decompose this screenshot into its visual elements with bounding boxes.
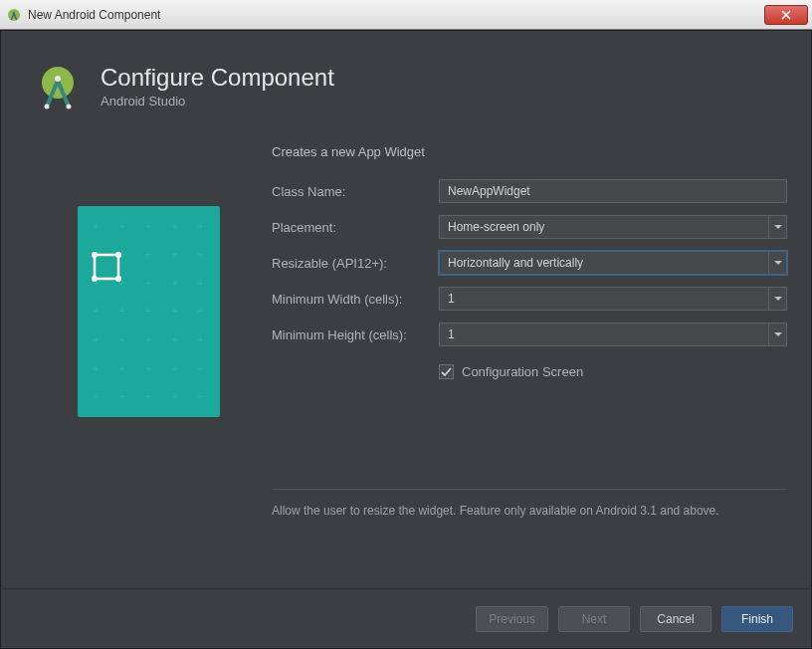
- preview-grid-cell: +: [93, 363, 99, 374]
- window-close-button[interactable]: [764, 5, 808, 25]
- preview-grid-cell: +: [145, 306, 151, 317]
- preview-grid-cell: +: [93, 221, 99, 232]
- preview-grid-cell: +: [197, 334, 203, 345]
- preview-grid-cell: +: [119, 334, 125, 345]
- dialog-title: Configure Component: [101, 64, 334, 92]
- preview-grid-cell: +: [171, 363, 177, 374]
- svg-point-3: [55, 76, 61, 82]
- preview-grid-cell: +: [171, 334, 177, 345]
- dialog-header: Configure Component Android Studio: [1, 31, 811, 136]
- svg-point-1: [13, 11, 15, 13]
- class-name-value: NewAppWidget: [448, 184, 530, 198]
- hint-divider: [272, 489, 787, 490]
- config-screen-label: Configuration Screen: [462, 364, 583, 379]
- min-width-select[interactable]: 1: [439, 287, 787, 311]
- widget-preview: +++++++++++++++++++++++++++++++++++: [78, 206, 220, 417]
- preview-grid-cell: +: [93, 391, 99, 402]
- preview-grid-cell: +: [197, 391, 203, 402]
- svg-point-5: [67, 105, 72, 109]
- preview-grid-cell: +: [119, 363, 125, 374]
- preview-grid-cell: +: [119, 221, 125, 232]
- dialog-subtitle: Android Studio: [101, 94, 334, 108]
- min-height-label: Minimum Height (cells):: [272, 327, 439, 342]
- preview-grid-cell: +: [93, 306, 99, 317]
- preview-grid-cell: +: [145, 363, 151, 374]
- min-width-label: Minimum Width (cells):: [272, 292, 439, 307]
- preview-grid-cell: +: [171, 249, 177, 260]
- min-width-value: 1: [448, 292, 455, 306]
- dialog-footer: Previous Next Cancel Finish: [1, 588, 811, 648]
- window-titlebar: New Android Component: [0, 0, 812, 30]
- next-button[interactable]: Next: [558, 606, 630, 632]
- preview-grid-cell: +: [171, 278, 177, 289]
- chevron-down-icon: [768, 288, 786, 310]
- preview-grid-cell: +: [119, 306, 125, 317]
- previous-button[interactable]: Previous: [476, 606, 548, 632]
- preview-grid-cell: +: [145, 391, 151, 402]
- resizable-select[interactable]: Horizontally and vertically: [439, 251, 787, 275]
- preview-grid-cell: +: [145, 221, 151, 232]
- android-studio-icon: [6, 7, 22, 23]
- preview-grid-cell: +: [171, 221, 177, 232]
- config-screen-checkbox[interactable]: [439, 364, 454, 379]
- dialog-body: Configure Component Android Studio +++++…: [0, 30, 812, 649]
- preview-grid-cell: +: [197, 306, 203, 317]
- svg-rect-6: [95, 255, 118, 279]
- placement-select[interactable]: Home-screen only: [439, 215, 787, 239]
- cancel-button[interactable]: Cancel: [640, 606, 711, 632]
- preview-grid-cell: +: [197, 278, 203, 289]
- android-studio-logo: [33, 61, 83, 110]
- window-title: New Android Component: [28, 8, 764, 22]
- preview-grid-cell: +: [197, 249, 203, 260]
- svg-point-7: [92, 252, 98, 258]
- preview-grid-cell: +: [197, 363, 203, 374]
- chevron-down-icon: [768, 324, 786, 345]
- hint-text: Allow the user to resize the widget. Fea…: [272, 504, 787, 518]
- class-name-label: Class Name:: [272, 184, 439, 199]
- svg-point-9: [92, 276, 98, 282]
- preview-grid-cell: +: [119, 391, 125, 402]
- min-height-value: 1: [448, 327, 455, 341]
- preview-grid-cell: +: [171, 306, 177, 317]
- min-height-select[interactable]: 1: [439, 323, 787, 346]
- chevron-down-icon: [768, 216, 786, 238]
- chevron-down-icon: [768, 252, 786, 274]
- form-intro: Creates a new App Widget: [272, 144, 787, 159]
- svg-point-4: [45, 105, 50, 109]
- preview-grid-cell: +: [145, 334, 151, 345]
- preview-pane: +++++++++++++++++++++++++++++++++++: [25, 136, 272, 588]
- preview-grid-cell: +: [145, 278, 151, 289]
- placement-label: Placement:: [272, 220, 439, 235]
- preview-grid-cell: +: [171, 391, 177, 402]
- class-name-input[interactable]: NewAppWidget: [439, 179, 787, 203]
- form-pane: Creates a new App Widget Class Name: New…: [272, 136, 787, 588]
- preview-grid-cell: +: [197, 221, 203, 232]
- svg-point-8: [115, 252, 121, 258]
- preview-grid-cell: +: [145, 249, 151, 260]
- widget-resize-icon: [90, 250, 123, 284]
- placement-value: Home-screen only: [448, 220, 544, 234]
- svg-point-10: [115, 276, 121, 282]
- preview-grid-cell: +: [93, 334, 99, 345]
- resizable-label: Resizable (API12+):: [272, 256, 439, 271]
- resizable-value: Horizontally and vertically: [448, 256, 583, 270]
- finish-button[interactable]: Finish: [721, 606, 793, 632]
